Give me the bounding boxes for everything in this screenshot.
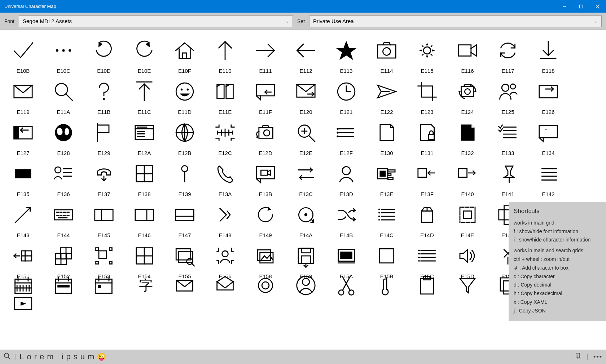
- cut-icon: [334, 273, 359, 298]
- minimize-button[interactable]: [556, 0, 573, 13]
- glyph-cell[interactable]: [245, 280, 286, 299]
- glyph-cell[interactable]: E116: [447, 34, 488, 75]
- glyph-cell[interactable]: E139: [164, 157, 205, 198]
- glyph-cell[interactable]: E12F: [326, 116, 366, 157]
- glyph-cell[interactable]: E112: [286, 34, 326, 75]
- glyph-cell[interactable]: E141: [488, 157, 528, 198]
- glyph-cell[interactable]: E136: [43, 157, 84, 198]
- glyph-cell[interactable]: E12B: [164, 116, 205, 157]
- glyph-cell[interactable]: E10B: [3, 34, 43, 75]
- glyph-cell[interactable]: E120: [286, 75, 326, 116]
- glyph-cell[interactable]: E10C: [43, 34, 84, 75]
- glyph-cell[interactable]: E11E: [205, 75, 245, 116]
- glyph-cell[interactable]: E133: [488, 116, 528, 157]
- glyph-cell[interactable]: E119: [3, 75, 43, 116]
- glyph-cell[interactable]: E14D: [407, 198, 447, 239]
- glyph-cell[interactable]: E11D: [164, 75, 205, 116]
- glyph-cell[interactable]: [407, 280, 447, 299]
- glyph-cell[interactable]: E140: [447, 157, 488, 198]
- glyph-cell[interactable]: E131: [407, 116, 447, 157]
- glyph-cell[interactable]: E123: [407, 75, 447, 116]
- font-select[interactable]: Segoe MDL2 Assets ⌄: [19, 15, 293, 27]
- glyph-cell[interactable]: E121: [326, 75, 366, 116]
- glyph-cell[interactable]: [84, 280, 124, 299]
- glyph-cell[interactable]: [447, 280, 488, 299]
- glyph-cell[interactable]: E13F: [407, 157, 447, 198]
- glyph-cell[interactable]: [326, 280, 366, 299]
- glyph-cell[interactable]: E144: [43, 198, 84, 239]
- glyph-cell[interactable]: E124: [447, 75, 488, 116]
- svg-point-103: [339, 290, 344, 295]
- glyph-cell[interactable]: 字: [124, 280, 164, 299]
- glyph-cell[interactable]: [164, 280, 205, 299]
- glyph-cell[interactable]: [205, 280, 245, 299]
- glyph-cell[interactable]: E149: [245, 198, 286, 239]
- glyph-cell[interactable]: E111: [245, 34, 286, 75]
- glyph-cell[interactable]: E125: [488, 75, 528, 116]
- glyph-cell[interactable]: E12C: [205, 116, 245, 157]
- glyph-cell[interactable]: E11B: [84, 75, 124, 116]
- glyph-cell[interactable]: E14A: [286, 198, 326, 239]
- glyph-cell[interactable]: E126: [528, 75, 568, 116]
- glyph-cell[interactable]: E128: [43, 116, 84, 157]
- glyph-cell[interactable]: E147: [164, 198, 205, 239]
- glyph-cell[interactable]: E113: [326, 34, 366, 75]
- glyph-cell[interactable]: E148: [205, 198, 245, 239]
- glyph-cell[interactable]: E13E: [366, 157, 407, 198]
- glyph-cell[interactable]: E137: [84, 157, 124, 198]
- glyph-cell[interactable]: E122: [366, 75, 407, 116]
- glyph-cell[interactable]: E138: [124, 157, 164, 198]
- glyph-cell[interactable]: E11A: [43, 75, 84, 116]
- svg-point-16: [187, 88, 189, 90]
- glyph-cell[interactable]: E14B: [326, 198, 366, 239]
- glyph-cell[interactable]: E13B: [245, 157, 286, 198]
- glyph-cell[interactable]: E132: [447, 116, 488, 157]
- glyph-cell[interactable]: E10D: [84, 34, 124, 75]
- glyph-cell[interactable]: [43, 280, 84, 299]
- glyph-cell[interactable]: E118: [528, 34, 568, 75]
- svg-rect-66: [460, 207, 475, 222]
- glyph-cell[interactable]: E10F: [164, 34, 205, 75]
- glyph-cell[interactable]: E11F: [245, 75, 286, 116]
- maximize-button[interactable]: [573, 0, 589, 13]
- glyph-cell[interactable]: E14E: [447, 198, 488, 239]
- search-icon[interactable]: [4, 352, 11, 361]
- glyph-cell[interactable]: E130: [366, 116, 407, 157]
- svg-rect-32: [259, 128, 273, 138]
- glyph-cell[interactable]: E143: [3, 198, 43, 239]
- bullets-icon: [495, 116, 521, 149]
- glyph-cell[interactable]: E115: [407, 34, 447, 75]
- glyph-cell[interactable]: E11C: [124, 75, 164, 116]
- glyph-cell[interactable]: E12D: [245, 116, 286, 157]
- close-button[interactable]: [589, 0, 606, 13]
- glyph-cell[interactable]: E12A: [124, 116, 164, 157]
- glyph-cell[interactable]: [366, 280, 407, 299]
- svg-rect-75: [96, 248, 98, 250]
- glyph-cell[interactable]: E146: [124, 198, 164, 239]
- svg-point-24: [502, 84, 509, 91]
- glyph-cell[interactable]: E13C: [286, 157, 326, 198]
- glyph-cell[interactable]: E117: [488, 34, 528, 75]
- glyph-cell[interactable]: E14C: [366, 198, 407, 239]
- more-icon[interactable]: •••: [593, 353, 602, 361]
- svg-point-36: [337, 128, 338, 129]
- glyph-cell[interactable]: E12E: [286, 116, 326, 157]
- glyph-cell[interactable]: E114: [366, 34, 407, 75]
- glyph-cell[interactable]: E127: [3, 116, 43, 157]
- glyph-cell[interactable]: E142: [528, 157, 568, 198]
- glyph-cell[interactable]: ""E134: [528, 116, 568, 157]
- glyph-cell[interactable]: E110: [205, 34, 245, 75]
- glyph-cell[interactable]: E10E: [124, 34, 164, 75]
- glyph-cell[interactable]: E13D: [326, 157, 366, 198]
- svg-point-61: [304, 213, 307, 216]
- glyph-cell[interactable]: E135: [3, 157, 43, 198]
- glyph-cell[interactable]: E145: [84, 198, 124, 239]
- set-select[interactable]: Private Use Area ⌄: [309, 15, 602, 27]
- glyph-cell[interactable]: [3, 299, 43, 318]
- glyph-cell[interactable]: E13A: [205, 157, 245, 198]
- character-box-text[interactable]: Lorem ipsum😜: [19, 352, 106, 361]
- glyph-cell[interactable]: E129: [84, 116, 124, 157]
- glyph-code: E126: [542, 109, 554, 115]
- copy-icon[interactable]: [575, 353, 581, 361]
- glyph-cell[interactable]: [286, 280, 326, 299]
